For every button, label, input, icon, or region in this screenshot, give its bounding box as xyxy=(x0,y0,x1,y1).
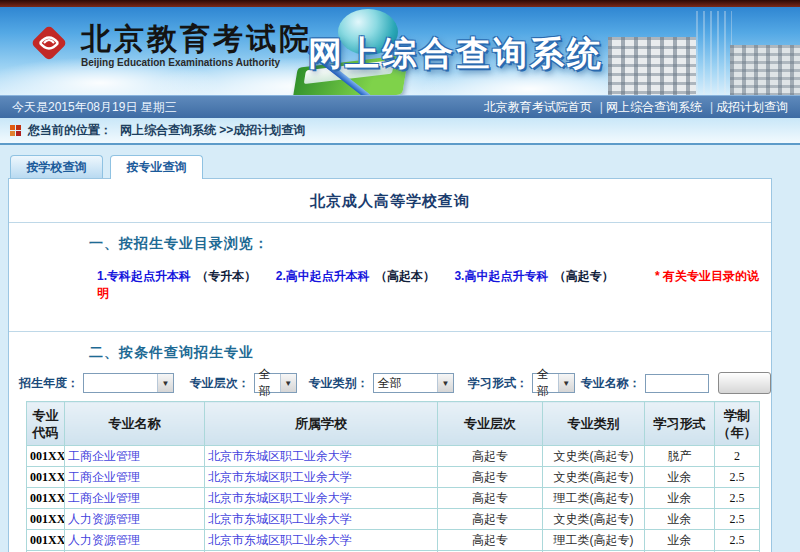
page: 北京教育考试院 Beijing Education Examinations A… xyxy=(0,0,800,552)
breadcrumb: 您当前的位置： 网上综合查询系统 >>成招计划查询 xyxy=(0,118,800,145)
major-code-cell: 001XX xyxy=(27,509,65,530)
major-name-input[interactable] xyxy=(645,374,709,393)
table-row: 001XX 工商企业管理 北京市东城区职工业余大学 高起专 文史类(高起专) 脱… xyxy=(27,446,760,467)
divider xyxy=(9,222,771,223)
main-panel: 北京成人高等学校查询 一、按招生专业目录浏览： 1.专科起点升本科 （专升本） … xyxy=(8,178,772,552)
suffix-zhuanshengben: （专升本） xyxy=(196,269,256,283)
site-banner: 北京教育考试院 Beijing Education Examinations A… xyxy=(0,7,800,95)
filter-row: 招生年度： ▼ 专业层次： 全部 ▼ 专业类别： 全部 ▼ 学习形式： 全部 ▼… xyxy=(11,372,771,394)
category-cell: 理工类(高起专) xyxy=(543,530,645,551)
duration-cell: 2.5 xyxy=(715,509,760,530)
table-row: 001XX 工商企业管理 北京市东城区职工业余大学 高起专 文史类(高起专) 业… xyxy=(27,467,760,488)
building-graphic xyxy=(730,45,800,95)
link-query-system[interactable]: 网上综合查询系统 xyxy=(606,100,702,114)
level-select[interactable]: 全部 ▼ xyxy=(254,373,297,393)
plan-table: 专业代码 专业名称 所属学校 专业层次 专业类别 学习形式 学制（年） 001X… xyxy=(26,401,760,552)
top-info-bar: 今天是2015年08月19日 星期三 北京教育考试院首页|网上综合查询系统|成招… xyxy=(0,95,800,118)
link-beea-home[interactable]: 北京教育考试院首页 xyxy=(484,100,592,114)
year-select[interactable]: ▼ xyxy=(83,373,174,393)
level-cell: 高起专 xyxy=(438,467,543,488)
link-plan-query[interactable]: 成招计划查询 xyxy=(716,100,788,114)
suffix-gaoqizhuan: （高起专） xyxy=(554,269,614,283)
breadcrumb-prefix: 您当前的位置： xyxy=(28,122,112,139)
query-tabs: 按学校查询 按专业查询 xyxy=(10,155,800,178)
major-code-cell: 001XX xyxy=(27,467,65,488)
form-cell: 业余 xyxy=(645,509,715,530)
level-label: 专业层次： xyxy=(190,375,250,392)
major-code-cell: 001XX xyxy=(27,530,65,551)
suffix-gaoqiben: （高起本） xyxy=(375,269,435,283)
org-logo-group: 北京教育考试院 Beijing Education Examinations A… xyxy=(26,20,312,70)
duration-cell: 2 xyxy=(715,446,760,467)
system-title: 网上综合查询系统 xyxy=(308,31,604,77)
quick-links: 北京教育考试院首页|网上综合查询系统|成招计划查询 xyxy=(484,99,788,116)
org-name-en: Beijing Education Examinations Authority xyxy=(81,57,312,68)
major-name-link[interactable]: 工商企业管理 xyxy=(65,467,205,488)
section1-heading: 一、按招生专业目录浏览： xyxy=(89,235,771,253)
duration-cell: 2.5 xyxy=(715,488,760,509)
major-name-link[interactable]: 工商企业管理 xyxy=(65,446,205,467)
school-link[interactable]: 北京市东城区职工业余大学 xyxy=(205,530,438,551)
divider xyxy=(9,331,771,332)
chevron-down-icon: ▼ xyxy=(280,374,296,392)
school-link[interactable]: 北京市东城区职工业余大学 xyxy=(205,467,438,488)
major-name-label: 专业名称： xyxy=(581,375,641,392)
level-cell: 高起专 xyxy=(438,488,543,509)
col-duration: 学制（年） xyxy=(715,402,760,446)
link-zhuanshengben[interactable]: 1.专科起点升本科 xyxy=(97,269,191,283)
link-gaoqizhuan[interactable]: 3.高中起点升专科 xyxy=(454,269,548,283)
form-label: 学习形式： xyxy=(468,375,528,392)
form-cell: 业余 xyxy=(645,530,715,551)
form-cell: 脱产 xyxy=(645,446,715,467)
tab-query-by-school[interactable]: 按学校查询 xyxy=(10,155,103,178)
section2-heading: 二、按条件查询招生专业 xyxy=(89,344,771,362)
col-category: 专业类别 xyxy=(543,402,645,446)
beea-logo-icon xyxy=(26,20,72,70)
table-row: 001XX 人力资源管理 北京市东城区职工业余大学 高起专 理工类(高起专) 业… xyxy=(27,530,760,551)
query-button[interactable] xyxy=(718,372,771,394)
form-cell: 业余 xyxy=(645,467,715,488)
form-select[interactable]: 全部 ▼ xyxy=(532,373,575,393)
level-cell: 高起专 xyxy=(438,530,543,551)
top-accent-strip xyxy=(0,0,800,7)
chevron-down-icon: ▼ xyxy=(558,374,574,392)
chevron-down-icon: ▼ xyxy=(157,374,173,392)
major-name-link[interactable]: 人力资源管理 xyxy=(65,509,205,530)
major-code-cell: 001XX xyxy=(27,446,65,467)
category-cell: 文史类(高起专) xyxy=(543,446,645,467)
location-icon xyxy=(10,125,21,136)
chevron-down-icon: ▼ xyxy=(437,374,453,392)
breadcrumb-path: 网上综合查询系统 >>成招计划查询 xyxy=(120,122,305,139)
link-separator: | xyxy=(710,100,713,114)
building-graphic xyxy=(608,37,696,95)
major-code-cell: 001XX xyxy=(27,488,65,509)
col-major-code: 专业代码 xyxy=(27,402,65,446)
building-tower-graphic xyxy=(696,11,732,95)
duration-cell: 2.5 xyxy=(715,467,760,488)
link-gaoqiben[interactable]: 2.高中起点升本科 xyxy=(276,269,370,283)
col-major-name: 专业名称 xyxy=(65,402,205,446)
level-cell: 高起专 xyxy=(438,446,543,467)
category-cell: 文史类(高起专) xyxy=(543,509,645,530)
category-cell: 理工类(高起专) xyxy=(543,488,645,509)
category-select[interactable]: 全部 ▼ xyxy=(373,373,454,393)
school-link[interactable]: 北京市东城区职工业余大学 xyxy=(205,446,438,467)
school-link[interactable]: 北京市东城区职工业余大学 xyxy=(205,488,438,509)
table-header-row: 专业代码 专业名称 所属学校 专业层次 专业类别 学习形式 学制（年） xyxy=(27,402,760,446)
table-row: 001XX 工商企业管理 北京市东城区职工业余大学 高起专 理工类(高起专) 业… xyxy=(27,488,760,509)
col-level: 专业层次 xyxy=(438,402,543,446)
major-name-link[interactable]: 工商企业管理 xyxy=(65,488,205,509)
link-separator: | xyxy=(600,100,603,114)
table-row: 001XX 人力资源管理 北京市东城区职工业余大学 高起专 文史类(高起专) 业… xyxy=(27,509,760,530)
page-title: 北京成人高等学校查询 xyxy=(9,179,771,222)
school-link[interactable]: 北京市东城区职工业余大学 xyxy=(205,509,438,530)
org-name-cn: 北京教育考试院 xyxy=(81,23,312,55)
category-label: 专业类别： xyxy=(309,375,369,392)
year-label: 招生年度： xyxy=(19,375,79,392)
current-date-text: 今天是2015年08月19日 星期三 xyxy=(12,99,177,116)
major-name-link[interactable]: 人力资源管理 xyxy=(65,530,205,551)
tab-query-by-major[interactable]: 按专业查询 xyxy=(110,155,203,179)
level-cell: 高起专 xyxy=(438,509,543,530)
col-form: 学习形式 xyxy=(645,402,715,446)
col-school: 所属学校 xyxy=(205,402,438,446)
